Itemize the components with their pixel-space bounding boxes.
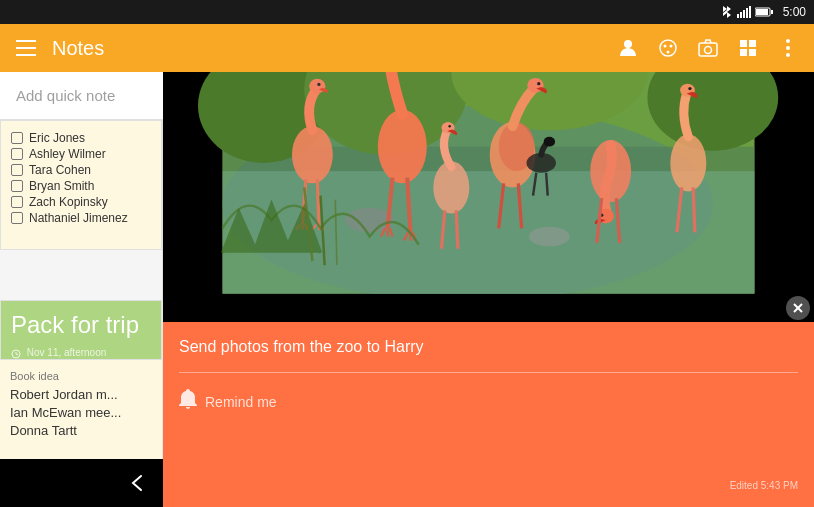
back-nav-icon (126, 473, 146, 493)
svg-line-93 (546, 173, 548, 196)
svg-rect-1 (740, 12, 742, 18)
svg-line-79 (456, 210, 458, 248)
status-bar: 5:00 (0, 0, 814, 24)
palette-svg-icon (658, 38, 678, 58)
svg-point-23 (786, 46, 790, 50)
app-title: Notes (52, 37, 610, 60)
more-svg-icon (786, 39, 790, 57)
reminder-icon (179, 389, 197, 414)
checkbox-2 (11, 148, 23, 160)
back-nav-button[interactable] (126, 473, 146, 493)
svg-rect-2 (743, 10, 745, 18)
svg-point-60 (317, 83, 320, 86)
svg-rect-7 (771, 10, 773, 14)
hamburger-icon (16, 40, 36, 56)
book-content: Robert Jordan m...Ian McEwan mee...Donna… (10, 386, 152, 441)
svg-point-57 (529, 227, 570, 247)
svg-point-63 (378, 110, 427, 184)
status-time: 5:00 (783, 5, 806, 19)
book-label: Book idea (10, 370, 152, 382)
svg-point-11 (624, 40, 632, 48)
note-card-footer: Edited 5:43 PM (179, 480, 798, 491)
svg-rect-18 (740, 40, 747, 47)
check-item-4: Bryan Smith (11, 179, 151, 193)
svg-rect-6 (756, 9, 768, 15)
svg-rect-0 (737, 14, 739, 18)
note-card-reminder[interactable]: Remind me (179, 389, 798, 414)
svg-point-14 (670, 45, 673, 48)
camera-svg-icon (698, 39, 718, 57)
svg-rect-10 (16, 54, 36, 56)
bell-icon (179, 389, 197, 409)
close-x-icon (793, 303, 803, 313)
checkbox-6 (11, 212, 23, 224)
grid-svg-icon (739, 39, 757, 57)
svg-rect-8 (16, 40, 36, 42)
bluetooth-icon (721, 5, 733, 19)
avatar-icon[interactable] (610, 30, 646, 66)
svg-point-77 (448, 125, 450, 127)
grid-icon[interactable] (730, 30, 766, 66)
toolbar-right (610, 30, 806, 66)
check-item-6: Nathaniel Jimenez (11, 211, 151, 225)
battery-icon (755, 7, 773, 17)
svg-line-62 (317, 179, 319, 224)
svg-line-89 (693, 187, 695, 232)
checkbox-4 (11, 180, 23, 192)
checkbox-1 (11, 132, 23, 144)
note-card-divider (179, 372, 798, 373)
note-card-overlay: Send photos from the zoo to Harry Remind… (163, 322, 814, 507)
svg-rect-3 (746, 8, 748, 18)
svg-rect-19 (749, 40, 756, 47)
clock-icon (11, 349, 21, 359)
book-idea-note-abs[interactable]: Book idea Robert Jordan m...Ian McEwan m… (0, 359, 162, 459)
svg-rect-21 (749, 49, 756, 56)
svg-point-91 (544, 137, 555, 147)
svg-point-24 (786, 53, 790, 57)
check-item-1: Eric Jones (11, 131, 151, 145)
checkbox-3 (11, 164, 23, 176)
camera-icon[interactable] (690, 30, 726, 66)
svg-point-13 (664, 45, 667, 48)
check-item-2: Ashley Wilmer (11, 147, 151, 161)
more-icon[interactable] (770, 30, 806, 66)
svg-point-22 (786, 39, 790, 43)
note-card-text: Send photos from the zoo to Harry (179, 338, 798, 356)
person-icon (618, 38, 638, 58)
svg-rect-20 (740, 49, 747, 56)
svg-point-59 (309, 79, 325, 94)
menu-icon[interactable] (8, 30, 44, 66)
photo-close-button[interactable] (786, 296, 810, 320)
reminder-text: Remind me (205, 394, 277, 410)
svg-point-15 (667, 51, 670, 54)
svg-point-17 (705, 47, 712, 54)
svg-rect-4 (749, 6, 751, 18)
svg-line-32 (16, 354, 18, 355)
note-pack-date: Nov 11, afternoon (11, 347, 151, 358)
svg-point-12 (660, 40, 676, 56)
app-toolbar: Notes (0, 24, 814, 72)
check-item-5: Zach Kopinsky (11, 195, 151, 209)
palette-icon[interactable] (650, 30, 686, 66)
signal-icon (737, 6, 751, 18)
checkbox-5 (11, 196, 23, 208)
svg-point-87 (688, 87, 691, 90)
check-item-3: Tara Cohen (11, 163, 151, 177)
svg-point-85 (670, 134, 706, 191)
svg-rect-9 (16, 47, 36, 49)
note-pack-title: Pack for trip (11, 311, 151, 340)
svg-point-72 (537, 82, 540, 85)
status-icons: 5:00 (721, 5, 806, 19)
note-checklist[interactable]: Eric Jones Ashley Wilmer Tara Cohen Brya… (0, 120, 162, 250)
